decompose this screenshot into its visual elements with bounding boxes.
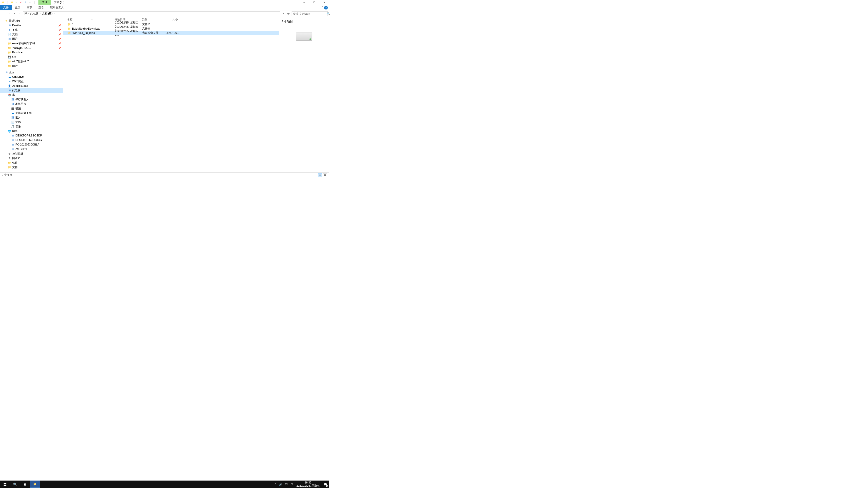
- drive-icon: 💾: [24, 12, 28, 15]
- file-row[interactable]: 📁 1 2020/12/15, 星期二 1... 文件夹: [63, 22, 279, 26]
- up-button[interactable]: ↑: [18, 11, 22, 16]
- nav-network[interactable]: 🌐网络: [0, 129, 63, 133]
- recent-dropdown-icon[interactable]: ▾: [12, 11, 17, 16]
- search-button[interactable]: 🔍: [10, 481, 20, 488]
- clock[interactable]: 16:32 2020/12/25, 星期五: [294, 481, 321, 487]
- status-text: 3 个项目: [2, 173, 12, 177]
- library-icon: 📚: [8, 93, 11, 97]
- nav-bottom-item[interactable]: 🗑回收站: [0, 156, 63, 160]
- nav-library-item[interactable]: 🖼本机照片: [0, 102, 63, 106]
- nav-recent-item[interactable]: 📁图片: [0, 64, 63, 68]
- tab-drive-tools[interactable]: 驱动器工具: [47, 5, 67, 10]
- minimize-button[interactable]: ─: [299, 0, 309, 5]
- nav-library-item[interactable]: 🖼保存的图片: [0, 97, 63, 102]
- nav-pinned-item[interactable]: 📁YUNQISHI2019📌: [0, 46, 63, 50]
- qa-separator: |: [5, 1, 9, 4]
- nav-desktop-item[interactable]: 👤Administrator: [0, 84, 63, 88]
- breadcrumb-drive[interactable]: 文档 (E:): [41, 12, 54, 15]
- pc-network-icon: 🖥: [11, 147, 14, 151]
- security-icon[interactable]: 🛡: [289, 481, 294, 488]
- nav-bottom-item[interactable]: 📁文件: [0, 165, 63, 169]
- file-row[interactable]: 📀 Win7x64_2020.iso 2020/12/25, 星期五 1... …: [63, 31, 279, 35]
- column-size[interactable]: 大小: [164, 18, 178, 22]
- folder-icon: 📁: [8, 51, 11, 54]
- address-dropdown-icon[interactable]: ▾: [281, 11, 286, 16]
- nav-desktop-item[interactable]: ☁OneDrive: [0, 74, 63, 79]
- back-button[interactable]: ←: [1, 11, 6, 16]
- breadcrumb-this-pc[interactable]: 此电脑: [29, 12, 39, 15]
- contextual-tab-label: 管理: [38, 0, 51, 5]
- pictures-icon: 🖼: [11, 98, 14, 101]
- tab-file[interactable]: 文件: [0, 5, 12, 10]
- breadcrumb[interactable]: 💾 › 此电脑 › 文档 (E:) ›: [23, 11, 280, 16]
- chevron-right-icon[interactable]: ›: [28, 12, 29, 15]
- search-icon[interactable]: 🔍: [327, 12, 330, 15]
- documents-icon: 📄: [8, 33, 11, 36]
- chevron-right-icon[interactable]: ›: [54, 12, 55, 15]
- nav-library[interactable]: 📚库: [0, 93, 63, 97]
- chevron-right-icon[interactable]: ›: [40, 12, 40, 15]
- column-type[interactable]: 类型: [142, 18, 164, 22]
- preview-item-count: 3 个项目: [282, 20, 327, 24]
- nav-recent-item[interactable]: 📁Bandicam: [0, 50, 63, 55]
- maximize-button[interactable]: ☐: [309, 0, 319, 5]
- start-button[interactable]: [0, 481, 10, 488]
- nav-network-item[interactable]: 🖥DESKTOP-LSSOEDP: [0, 133, 63, 138]
- column-name[interactable]: 名称^: [67, 18, 115, 22]
- nav-library-item[interactable]: 🎬视频: [0, 106, 63, 111]
- nav-network-item[interactable]: 🖥PC-20190530OBLA: [0, 142, 63, 147]
- ribbon-expand-icon[interactable]: ^: [322, 6, 323, 9]
- nav-pinned-item[interactable]: 📁excel表格制作求和📌: [0, 41, 63, 46]
- search-box[interactable]: 🔍: [291, 11, 328, 16]
- tab-share[interactable]: 共享: [24, 5, 35, 10]
- details-view-button[interactable]: ☰: [318, 173, 322, 177]
- nav-library-item[interactable]: 🎵音乐: [0, 124, 63, 129]
- nav-pinned-item[interactable]: 📄文档📌: [0, 32, 63, 37]
- nav-this-pc[interactable]: 🖥此电脑: [0, 88, 63, 93]
- nav-desktop[interactable]: 🖥桌面: [0, 70, 63, 74]
- close-button[interactable]: ✕: [319, 0, 329, 5]
- nav-pinned-item[interactable]: ⬇下载📌: [0, 28, 63, 32]
- nav-network-item[interactable]: 🖥DESKTOP-NJEU3CG: [0, 138, 63, 142]
- folder-icon: 📁: [67, 23, 71, 26]
- recycle-bin-icon: 🗑: [8, 156, 11, 160]
- nav-recent-item[interactable]: 💾G:\: [0, 55, 63, 59]
- chevron-down-icon[interactable]: ▾: [28, 1, 32, 4]
- new-folder-icon[interactable]: 📁: [10, 1, 13, 4]
- nav-bottom-item[interactable]: 📁软件: [0, 160, 63, 165]
- icons-view-button[interactable]: ▦: [323, 173, 327, 177]
- tab-home[interactable]: 主页: [12, 5, 24, 10]
- nav-library-item[interactable]: 🖼图片: [0, 115, 63, 120]
- nav-pinned-item[interactable]: 🖥Desktop📌: [0, 23, 63, 28]
- nav-recent-item[interactable]: 📁win7重装win7: [0, 59, 63, 64]
- nav-bottom-item[interactable]: ⚙控制面板: [0, 151, 63, 156]
- nav-library-item[interactable]: ☁天翼云盘下载: [0, 111, 63, 115]
- tray-overflow-icon[interactable]: ^: [274, 481, 278, 488]
- search-input[interactable]: [293, 12, 327, 15]
- nav-desktop-item[interactable]: ☁WPS网盘: [0, 79, 63, 84]
- refresh-icon[interactable]: ⟳: [286, 11, 291, 16]
- svg-rect-3: [5, 484, 6, 486]
- nav-network-item[interactable]: 🖥ZMT2019: [0, 147, 63, 151]
- pin-icon: 📌: [58, 47, 61, 49]
- notification-center-icon[interactable]: 💬3: [321, 481, 329, 488]
- nav-library-item[interactable]: 📄文档: [0, 120, 63, 124]
- volume-icon[interactable]: 🔊: [278, 481, 284, 488]
- help-icon[interactable]: ?: [324, 6, 328, 9]
- folder-icon: 📁: [67, 27, 71, 31]
- file-row[interactable]: 📁 BaiduNetdiskDownload 2020/12/25, 星期五 1…: [63, 26, 279, 31]
- explorer-taskbar-button[interactable]: 📁: [30, 481, 40, 488]
- pin-icon: 📌: [58, 29, 61, 31]
- pc-icon: 🖥: [8, 89, 11, 92]
- gear-icon[interactable]: ⚙: [24, 1, 27, 4]
- forward-button[interactable]: →: [7, 11, 11, 16]
- close-x-icon[interactable]: ✕: [19, 1, 23, 4]
- checkmark-icon[interactable]: ✓: [14, 1, 18, 4]
- folder-icon: 📁: [8, 161, 11, 164]
- tab-view[interactable]: 查看: [35, 5, 47, 10]
- task-view-button[interactable]: ⊞: [20, 481, 30, 488]
- nav-pinned-item[interactable]: 🖼图片📌: [0, 37, 63, 41]
- ime-indicator[interactable]: 中: [284, 481, 289, 488]
- nav-quick-access[interactable]: ★ 快速访问: [0, 19, 63, 23]
- pin-icon: 📌: [58, 42, 61, 45]
